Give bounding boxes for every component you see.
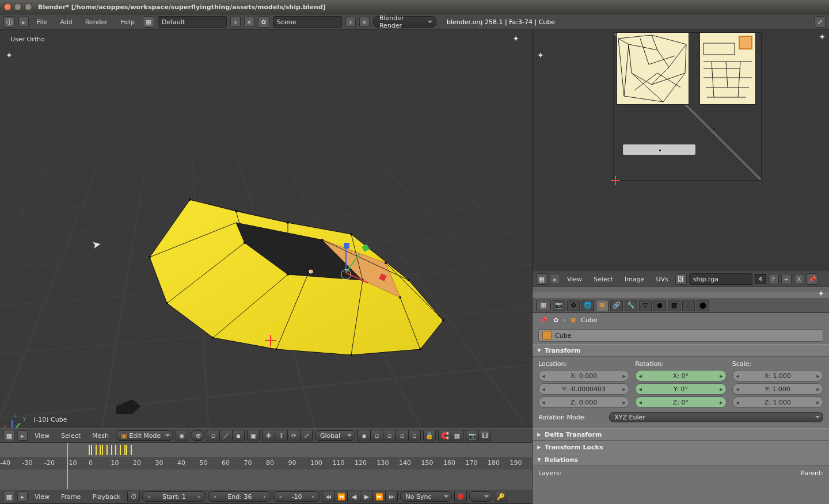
uv-users-count[interactable]: 4 — [755, 274, 766, 284]
menu-add[interactable]: Add — [55, 17, 77, 27]
uv-image-unlink-button[interactable]: X — [794, 274, 804, 284]
uv-canvas[interactable]: ✦ ✦ — [533, 30, 829, 272]
tab-world-icon[interactable]: 🌐 — [581, 300, 594, 311]
screen-layout-field[interactable]: Default — [158, 16, 227, 28]
scale-y-field[interactable]: ◂Y: 1.000▸ — [732, 383, 823, 395]
location-y-field[interactable]: ◂Y: -0.0000403▸ — [538, 383, 629, 395]
keying-set-select[interactable] — [469, 491, 492, 502]
uv-editor-type-icon[interactable]: ▦ — [536, 273, 547, 285]
uv-collapse-icon[interactable]: ▸ — [550, 274, 560, 284]
properties-editor-type-icon[interactable]: ▦ — [536, 300, 551, 311]
timeline-collapse-icon[interactable]: ▸ — [17, 491, 28, 502]
object-name-field[interactable]: Cube — [538, 329, 823, 342]
scale-x-field[interactable]: ◂X: 1.000▸ — [732, 370, 823, 381]
window-close-icon[interactable] — [3, 3, 12, 11]
window-maximize-icon[interactable] — [24, 3, 32, 11]
pin-icon[interactable]: 📌 — [538, 315, 549, 325]
opengl-anim-icon[interactable]: 🎞 — [478, 430, 491, 441]
tab-texture-icon[interactable]: ▩ — [668, 300, 680, 311]
scene-delete-button[interactable]: × — [359, 17, 370, 27]
lock-camera-icon[interactable]: 🔒 — [423, 430, 436, 441]
panel-locks-header[interactable]: ▶Transform Locks — [533, 441, 829, 453]
use-preview-range-icon[interactable]: ⏱ — [127, 491, 140, 502]
tab-data-icon[interactable]: ▽ — [639, 300, 652, 311]
manipulator-translate-icon[interactable]: ↕ — [275, 430, 287, 441]
panel-relations-header[interactable]: ▼Relations — [533, 453, 829, 466]
rotation-mode-select[interactable]: XYZ Euler — [609, 412, 823, 422]
uv-menu-view[interactable]: View — [562, 274, 587, 284]
uv-menu-select[interactable]: Select — [589, 274, 618, 284]
uv-expand-icon[interactable]: ✦ — [819, 32, 826, 41]
menu-render[interactable]: Render — [81, 17, 112, 27]
scale-z-field[interactable]: ◂Z: 1.000▸ — [732, 396, 823, 408]
insert-keyframe-icon[interactable]: 🔑 — [495, 491, 507, 502]
rotation-y-field[interactable]: ◂Y: 0°▸ — [635, 383, 726, 395]
uv-fake-user-button[interactable]: F — [769, 274, 779, 284]
menu-file[interactable]: File — [32, 17, 52, 27]
manipulator-toggle-icon[interactable]: ✥ — [262, 430, 275, 441]
3d-viewport[interactable]: User Ortho ✦ ✦ — [0, 30, 532, 443]
screen-layout-delete-button[interactable]: × — [244, 17, 254, 27]
rotation-z-field[interactable]: ◂Z: 0°▸ — [635, 396, 726, 408]
back-to-previous-icon[interactable]: ⤢ — [814, 16, 826, 28]
uv-toolshelf-icon[interactable]: ✦ — [537, 51, 544, 60]
menu-help[interactable]: Help — [116, 17, 139, 27]
pivot-select[interactable]: ⊙ — [191, 430, 204, 441]
end-frame-field[interactable]: ◂End: 36▸ — [208, 491, 271, 502]
render-engine-select[interactable]: Blender Render — [373, 16, 436, 28]
viewport-expand-icon[interactable]: ✦ — [512, 34, 519, 43]
window-minimize-icon[interactable] — [14, 3, 22, 11]
tab-render-icon[interactable]: 📷 — [553, 300, 565, 311]
view3d-menu-select[interactable]: Select — [56, 431, 85, 441]
editor-type-icon[interactable]: ⓘ — [3, 16, 15, 28]
location-z-field[interactable]: ◂Z: 0.000▸ — [538, 396, 629, 408]
mode-select[interactable]: ▣ Edit Mode — [116, 430, 173, 441]
tab-material-icon[interactable]: ● — [653, 300, 666, 311]
vertex-select-icon[interactable]: ▫ — [207, 430, 219, 441]
auto-keyframe-icon[interactable] — [454, 491, 467, 502]
panel-delta-header[interactable]: ▶Delta Transform — [533, 428, 829, 441]
screen-layout-add-button[interactable]: + — [230, 17, 241, 27]
jump-start-icon[interactable]: ⏮ — [322, 491, 334, 502]
view3d-editor-type-icon[interactable]: ▦ — [3, 430, 15, 441]
screen-layout-browse-icon[interactable]: ▦ — [143, 16, 154, 28]
timeline-menu-playback[interactable]: Playback — [88, 492, 125, 502]
viewport-shading-icon[interactable]: ◉ — [176, 430, 188, 441]
keyframe-prev-icon[interactable]: ⏪ — [334, 491, 347, 502]
timeline-canvas[interactable]: -40-30-20-100102030405060708090100110120… — [0, 443, 532, 489]
scene-browse-icon[interactable]: ✿ — [258, 16, 269, 28]
tab-object-icon[interactable]: ▣ — [596, 300, 609, 311]
scene-field[interactable]: Scene — [273, 16, 342, 28]
tab-constraints-icon[interactable]: 🔗 — [610, 300, 623, 311]
manipulator-rotate-icon[interactable]: ⟳ — [287, 430, 300, 441]
manipulator-scale-icon[interactable]: ⤢ — [300, 430, 313, 441]
jump-end-icon[interactable]: ⏭ — [385, 491, 398, 502]
collapse-menus-icon[interactable]: ▸ — [18, 17, 29, 27]
sync-mode-select[interactable]: No Sync — [400, 491, 452, 502]
uv-image-editor[interactable]: ✦ ✦ — [532, 30, 829, 287]
snap-element-icon[interactable]: ▦ — [451, 430, 463, 441]
timeline-playhead[interactable] — [67, 443, 68, 489]
rotation-x-field[interactable]: ◂X: 0°▸ — [635, 370, 726, 381]
play-icon[interactable]: ▶ — [360, 491, 372, 502]
location-x-field[interactable]: ◂X: 0.000▸ — [538, 370, 629, 381]
uv-menu-image[interactable]: Image — [620, 274, 649, 284]
timeline-menu-view[interactable]: View — [30, 492, 54, 502]
uv-pin-icon[interactable]: 📌 — [807, 273, 818, 285]
tab-scene-icon[interactable]: ✿ — [567, 300, 580, 311]
current-frame-field[interactable]: ◂-10▸ — [273, 491, 320, 502]
face-select-icon[interactable]: ▪ — [232, 430, 245, 441]
tab-modifiers-icon[interactable]: 🔧 — [625, 300, 637, 311]
timeline-menu-frame[interactable]: Frame — [56, 492, 85, 502]
edge-select-icon[interactable]: ／ — [219, 430, 232, 441]
timeline-editor-type-icon[interactable]: ▦ — [3, 491, 15, 502]
uv-image-browse-icon[interactable]: 🖼 — [675, 273, 687, 285]
start-frame-field[interactable]: ◂Start: 1▸ — [142, 491, 206, 502]
view3d-menu-view[interactable]: View — [30, 431, 54, 441]
viewport-toolshelf-icon[interactable]: ✦ — [6, 51, 13, 60]
orientation-select[interactable]: Global — [315, 430, 355, 441]
panel-transform-header[interactable]: ▼Transform — [533, 344, 829, 357]
play-reverse-icon[interactable]: ◀ — [347, 491, 360, 502]
tab-particles-icon[interactable]: ∴ — [682, 300, 695, 311]
view3d-collapse-icon[interactable]: ▸ — [17, 430, 28, 441]
